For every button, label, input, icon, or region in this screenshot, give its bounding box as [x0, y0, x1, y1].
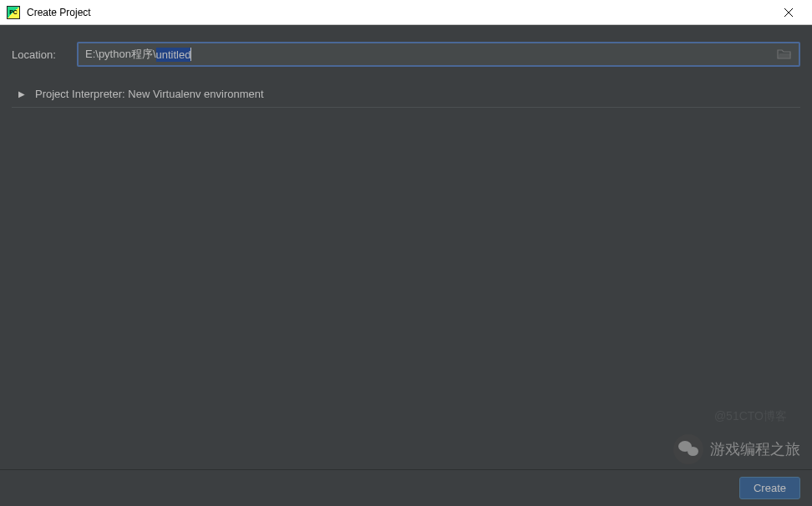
text-cursor: [190, 48, 191, 61]
pycharm-icon: PC: [7, 6, 20, 19]
create-button[interactable]: Create: [739, 477, 800, 499]
watermark-text: 游戏编程之旅: [710, 439, 800, 459]
location-label: Location:: [12, 48, 69, 61]
watermark-overlay: 游戏编程之旅: [673, 434, 800, 464]
watermark-faint: @51CTO博客: [714, 409, 787, 424]
close-button[interactable]: [772, 0, 805, 25]
interpreter-row[interactable]: ▶ Project Interpreter: New Virtualenv en…: [12, 75, 800, 108]
location-input[interactable]: E:\python程序\untitled: [77, 42, 800, 67]
browse-folder-icon[interactable]: [777, 48, 792, 60]
location-path-prefix: E:\python程序\: [85, 47, 156, 62]
location-row: Location: E:\python程序\untitled: [0, 25, 812, 75]
expand-arrow-icon[interactable]: ▶: [18, 89, 27, 99]
dialog-content: Location: E:\python程序\untitled ▶ Project…: [0, 25, 812, 506]
wechat-icon: [673, 434, 703, 464]
bottom-bar: Create: [0, 469, 812, 506]
titlebar: PC Create Project: [0, 0, 812, 25]
window-title: Create Project: [27, 7, 91, 18]
interpreter-label: Project Interpreter: New Virtualenv envi…: [35, 88, 264, 100]
location-path-selected: untitled: [156, 48, 191, 62]
